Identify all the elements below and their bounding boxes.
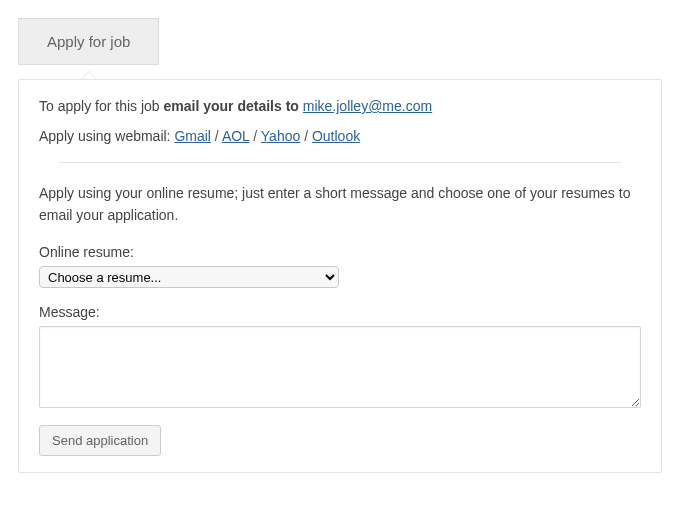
webmail-link-gmail[interactable]: Gmail	[174, 128, 211, 144]
webmail-line: Apply using webmail: Gmail / AOL / Yahoo…	[39, 128, 641, 144]
tab-pointer-icon	[81, 71, 97, 79]
online-resume-select[interactable]: Choose a resume...	[39, 266, 339, 288]
separator: /	[300, 128, 312, 144]
intro-bold: email your details to	[164, 98, 303, 114]
online-resume-label: Online resume:	[39, 244, 641, 260]
intro-prefix: To apply for this job	[39, 98, 164, 114]
webmail-link-yahoo[interactable]: Yahoo	[261, 128, 300, 144]
intro-line: To apply for this job email your details…	[39, 98, 641, 114]
apply-for-job-tab[interactable]: Apply for job	[18, 18, 159, 65]
message-label: Message:	[39, 304, 641, 320]
separator: /	[211, 128, 222, 144]
separator: /	[249, 128, 260, 144]
apply-panel: To apply for this job email your details…	[18, 79, 662, 473]
section-divider	[59, 162, 621, 163]
webmail-prefix: Apply using webmail:	[39, 128, 174, 144]
resume-info-text: Apply using your online resume; just ent…	[39, 183, 641, 226]
send-button-label: Send application	[52, 433, 148, 448]
message-textarea[interactable]	[39, 326, 641, 408]
apply-tab-label: Apply for job	[47, 33, 130, 50]
send-application-button[interactable]: Send application	[39, 425, 161, 456]
apply-email-link[interactable]: mike.jolley@me.com	[303, 98, 432, 114]
webmail-link-aol[interactable]: AOL	[222, 128, 250, 144]
webmail-link-outlook[interactable]: Outlook	[312, 128, 360, 144]
